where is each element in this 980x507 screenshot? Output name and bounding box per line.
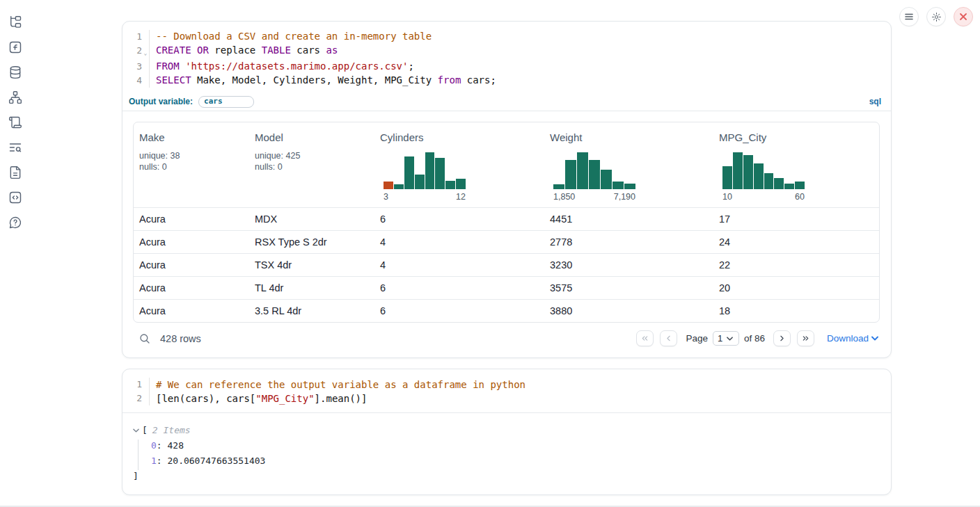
- column-stats: unique: 38nulls: 0: [139, 150, 246, 173]
- help-chat-icon[interactable]: [8, 216, 22, 230]
- tree-items-count: 2 Items: [152, 423, 191, 438]
- tree-guide-line: [138, 440, 139, 470]
- table-cell: 2778: [544, 236, 713, 248]
- page-total-label: of 86: [744, 333, 765, 344]
- download-label: Download: [827, 333, 869, 344]
- fold-chevron-icon: [142, 74, 149, 88]
- code-line[interactable]: 1# We can reference the output variable …: [122, 378, 891, 392]
- table-row[interactable]: AcuraRSX Type S 2dr4277824: [134, 230, 879, 253]
- histogram-bar: [425, 152, 435, 189]
- histogram-bar: [445, 181, 455, 189]
- close-icon[interactable]: [954, 7, 973, 26]
- line-number: 4: [122, 74, 142, 88]
- column-title[interactable]: Weight: [550, 131, 711, 143]
- next-page-icon[interactable]: [773, 330, 791, 346]
- download-button[interactable]: Download: [827, 333, 878, 344]
- code-line[interactable]: 2⌄CREATE OR replace TABLE cars as: [122, 44, 891, 61]
- code-line[interactable]: 4SELECT Make, Model, Cylinders, Weight, …: [122, 74, 891, 88]
- table-row[interactable]: AcuraTSX 4dr4323022: [134, 253, 879, 276]
- document-icon[interactable]: [8, 166, 22, 179]
- scroll-icon[interactable]: [8, 115, 22, 129]
- output-variable-bar: Output variable: sql: [122, 95, 891, 111]
- table-row[interactable]: AcuraMDX6445117: [134, 207, 879, 230]
- tree-root: [ 2 Items: [133, 423, 891, 438]
- column-title[interactable]: Model: [255, 131, 372, 143]
- code-snippet-icon[interactable]: [8, 191, 22, 204]
- search-icon[interactable]: [139, 332, 151, 345]
- histogram-bar: [774, 178, 784, 189]
- histogram-bar: [415, 175, 425, 189]
- column-histogram: [384, 152, 466, 189]
- histogram-bar: [404, 156, 414, 189]
- language-badge: sql: [869, 97, 881, 106]
- code-line[interactable]: 2[len(cars), cars["MPG_City"].mean()]: [122, 392, 891, 405]
- line-number: 1: [122, 30, 142, 44]
- table-body: AcuraMDX6445117AcuraRSX Type S 2dr427782…: [134, 207, 879, 322]
- page-select-value: 1: [718, 333, 722, 344]
- table-row[interactable]: AcuraTL 4dr6357520: [134, 276, 879, 299]
- table-header-cell: Makeunique: 38nulls: 0: [134, 122, 249, 207]
- table-header: Makeunique: 38nulls: 0Modelunique: 425nu…: [134, 122, 879, 207]
- histogram-bar: [435, 158, 445, 189]
- histogram-bar: [764, 173, 774, 189]
- page-label: Page: [686, 333, 708, 344]
- table-cell: 4451: [544, 214, 713, 225]
- menu-icon[interactable]: [899, 7, 919, 26]
- code-line[interactable]: 3FROM 'https://datasets.marimo.app/cars.…: [122, 60, 891, 74]
- column-title[interactable]: Make: [139, 131, 246, 143]
- column-title[interactable]: MPG_City: [719, 131, 876, 143]
- table-row[interactable]: Acura3.5 RL 4dr6388018: [134, 299, 879, 322]
- page-select[interactable]: 1: [713, 331, 739, 346]
- line-number: 2: [122, 44, 142, 61]
- fold-chevron-icon: [142, 392, 149, 405]
- collapse-chevron-icon[interactable]: [133, 423, 142, 438]
- fold-chevron-icon: [142, 60, 149, 74]
- dependency-graph-icon[interactable]: [8, 90, 22, 104]
- histogram-bar: [743, 155, 753, 189]
- table-cell: 3880: [544, 305, 713, 316]
- histogram-bar: [394, 184, 404, 189]
- last-page-icon[interactable]: [797, 330, 814, 346]
- line-number: 3: [122, 60, 142, 74]
- first-page-icon[interactable]: [636, 330, 654, 346]
- table-cell: TL 4dr: [249, 282, 374, 293]
- python-cell: 1# We can reference the output variable …: [122, 369, 892, 495]
- table-footer: 428 rows Page 1 of 86 Download: [139, 327, 878, 351]
- table-cell: TSX 4dr: [249, 259, 374, 271]
- output-variable-label: Output variable:: [129, 97, 193, 106]
- table-header-cell: MPG_City1060: [713, 122, 879, 207]
- fold-chevron-icon[interactable]: ⌄: [142, 44, 149, 61]
- histogram-bar: [577, 152, 588, 189]
- table-cell: 17: [713, 214, 879, 225]
- settings-gear-icon[interactable]: [926, 7, 946, 26]
- table-cell: 18: [713, 305, 879, 316]
- histogram-bar: [589, 160, 600, 189]
- chevron-down-icon: [871, 336, 878, 341]
- table-cell: Acura: [134, 305, 249, 316]
- helper-panel-sidebar: [0, 0, 31, 507]
- histogram-bar: [624, 184, 635, 189]
- function-square-icon[interactable]: [8, 40, 22, 54]
- table-header-cell: Modelunique: 425nulls: 0: [249, 122, 374, 207]
- output-variable-input[interactable]: [198, 96, 254, 108]
- histogram-bar: [601, 170, 612, 189]
- previous-page-icon[interactable]: [660, 330, 677, 346]
- tree-entry: 1: 20.060747663551403: [133, 453, 891, 469]
- table-cell: 3.5 RL 4dr: [249, 305, 374, 316]
- log-search-icon[interactable]: [8, 140, 22, 154]
- column-title[interactable]: Cylinders: [380, 131, 542, 143]
- sql-code-editor[interactable]: 1-- Download a CSV and create an in-memo…: [122, 22, 891, 95]
- python-code-editor[interactable]: 1# We can reference the output variable …: [122, 369, 891, 413]
- file-tree-icon[interactable]: [8, 15, 22, 29]
- notebook-actions: [899, 7, 973, 26]
- code-line[interactable]: 1-- Download a CSV and create an in-memo…: [122, 30, 891, 44]
- table-cell: 20: [713, 282, 879, 293]
- fold-chevron-icon: [142, 378, 149, 392]
- database-icon[interactable]: [8, 65, 22, 79]
- tree-entries: 0: 4281: 20.060747663551403: [133, 438, 891, 469]
- table-cell: 4: [374, 259, 544, 271]
- table-cell: 22: [713, 259, 879, 271]
- result-output: [ 2 Items 0: 4281: 20.060747663551403 ]: [122, 413, 891, 484]
- line-number: 2: [122, 392, 142, 405]
- histogram-bar: [754, 163, 764, 189]
